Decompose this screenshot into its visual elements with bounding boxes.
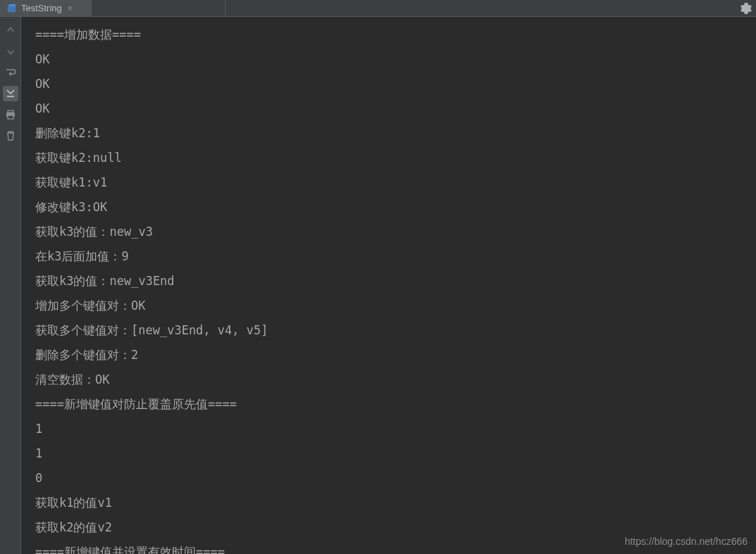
run-config-icon xyxy=(7,4,17,13)
tab-spacer xyxy=(225,0,736,16)
print-button[interactable] xyxy=(3,107,18,122)
soft-wrap-button[interactable] xyxy=(3,65,18,80)
console-line: 在k3后面加值：9 xyxy=(35,244,742,269)
content-area: ====增加数据==== OK OK OK 删除键k2:1 获取键k2:null… xyxy=(0,17,756,554)
console-line: 获取k1的值v1 xyxy=(35,491,742,515)
console-line: 删除键k2:1 xyxy=(35,121,742,146)
console-line: 删除多个键值对：2 xyxy=(35,343,742,367)
console-line: OK xyxy=(35,72,742,96)
console-line: ====新增键值对防止覆盖原先值==== xyxy=(35,392,742,417)
console-line: OK xyxy=(35,96,742,121)
svg-rect-1 xyxy=(9,4,16,6)
svg-rect-0 xyxy=(8,5,16,12)
soft-wrap-icon xyxy=(5,67,16,78)
console-line: 获取k3的值：new_v3End xyxy=(35,269,742,294)
svg-rect-4 xyxy=(8,115,13,119)
console-line: OK xyxy=(35,47,742,72)
gear-icon xyxy=(740,3,752,14)
tab-teststring[interactable]: TestString × xyxy=(0,0,92,16)
tab-title: TestString xyxy=(21,3,62,13)
close-icon[interactable]: × xyxy=(66,4,74,13)
scroll-to-end-button[interactable] xyxy=(3,86,18,101)
console-line: 清空数据：OK xyxy=(35,367,742,392)
console-line: ====增加数据==== xyxy=(35,23,742,47)
scroll-to-end-icon xyxy=(5,88,16,99)
next-occurrence-button[interactable] xyxy=(3,44,18,59)
console-line: 获取k3的值：new_v3 xyxy=(35,220,742,244)
print-icon xyxy=(5,109,16,120)
settings-button[interactable] xyxy=(736,0,756,16)
console-line: 0 xyxy=(35,466,742,491)
trash-icon xyxy=(5,130,16,141)
tab-bar: TestString × xyxy=(0,0,756,17)
clear-all-button[interactable] xyxy=(3,128,18,144)
console-line: 1 xyxy=(35,417,742,441)
prev-occurrence-button[interactable] xyxy=(3,23,18,38)
arrow-up-icon xyxy=(5,25,16,36)
console-line: 增加多个键值对：OK xyxy=(35,294,742,318)
console-line: 获取键k2:null xyxy=(35,146,742,170)
console-line: 获取键k1:v1 xyxy=(35,170,742,195)
tab-empty-slot xyxy=(92,0,225,16)
console-line: 1 xyxy=(35,441,742,466)
console-gutter xyxy=(0,17,21,554)
console-output[interactable]: ====增加数据==== OK OK OK 删除键k2:1 获取键k2:null… xyxy=(21,17,756,554)
console-line: 修改键k3:OK xyxy=(35,195,742,220)
console-line: 获取多个键值对：[new_v3End, v4, v5] xyxy=(35,318,742,343)
watermark: https://blog.csdn.net/hcz666 xyxy=(625,536,748,547)
arrow-down-icon xyxy=(5,46,16,57)
svg-rect-2 xyxy=(8,111,13,113)
